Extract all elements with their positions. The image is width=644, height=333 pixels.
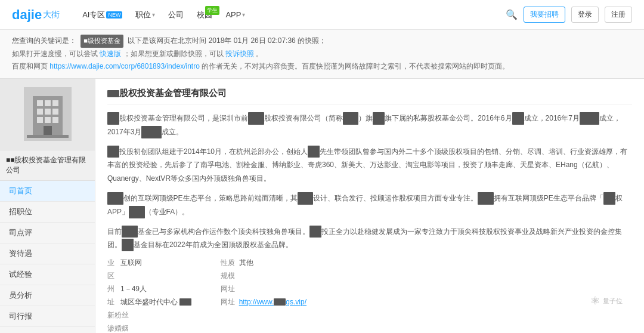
fast-link[interactable]: 快速版 — [100, 50, 121, 58]
r7: ■■■■■ — [141, 126, 161, 138]
info-industry: 业 互联网 — [107, 258, 215, 268]
content-area: ■■股权投资基金管理有限公司 ■■股权投资基金管理有限公司，是深圳市前■■■■股… — [95, 79, 644, 333]
search-icon[interactable]: 🔍 — [506, 9, 518, 20]
login-button[interactable]: 登录 — [571, 7, 599, 23]
cache-row2-prefix: 如果打开速度慢，可以尝试 — [12, 50, 98, 58]
cache-row2-middle: ；如果想更新或删除快照，可以 — [123, 50, 224, 58]
r3: ■■■■ — [343, 112, 359, 125]
svg-rect-6 — [45, 109, 51, 115]
info-address: 址 城区华盛时代中心 ■■■ — [107, 297, 215, 307]
register-button[interactable]: 注册 — [605, 7, 632, 23]
info-url: 网址 http://www.■■■gs.vip/ — [221, 297, 328, 307]
nav-jobs-label: 职位 — [135, 10, 151, 20]
cache-prefix: 您查询的关键词是： — [12, 36, 76, 45]
svg-rect-8 — [37, 117, 43, 123]
title-redacted-1: ■■ — [107, 90, 119, 97]
svg-rect-11 — [44, 126, 52, 135]
complaint-link[interactable]: 投诉快照 — [225, 50, 254, 58]
nav-app[interactable]: APP ▾ — [221, 8, 250, 21]
svg-rect-10 — [52, 117, 58, 123]
company-desc-4: 目前■■■■基金已与多家机构合作运作数个顶尖科技独角兽项目。■■■投正全力以赴稳… — [107, 225, 632, 252]
cache-row2: 如果打开速度慢，可以尝试 快速版 ；如果想更新或删除快照，可以 投诉快照 。 — [12, 48, 632, 61]
nav-company[interactable]: 公司 — [163, 7, 188, 23]
nav-jobs-chevron: ▾ — [152, 11, 155, 18]
sidebar-item-reviews[interactable]: 司点评 — [0, 223, 95, 243]
watermark: ⚛ 量子位 — [587, 292, 626, 309]
cache-middle: 以下是该网页在北京时间 2018年 01月 26日 02:07:36 的快照； — [128, 36, 326, 45]
company-desc-3: ■■■■创的互联网顶级PE生态平台，策略思路前端而清晰，其■■■■设计、联合发行… — [107, 192, 632, 219]
company-desc-1: ■■股权投资基金管理有限公司，是深圳市前■■■■股权投资有限公司（简称■■■■）… — [107, 112, 632, 139]
main-area: ■■股权投资基金管理有限公司 司首页 招职位 司点评 资待遇 试经验 员分析 司… — [0, 79, 644, 333]
r2: ■■■■ — [248, 112, 264, 125]
cache-row3-text1: 百度和网页 — [12, 62, 49, 70]
info-empty5 — [221, 310, 328, 320]
r10: ■■■■ — [107, 192, 123, 205]
svg-rect-4 — [52, 100, 58, 106]
info-scale: 规模 — [221, 271, 328, 281]
logo-text: dajie — [12, 7, 42, 23]
sidebar: ■■股权投资基金管理有限公司 司首页 招职位 司点评 资待遇 试经验 员分析 司… — [0, 79, 95, 333]
url-redacted: ■■■ — [274, 298, 286, 306]
svg-rect-12 — [27, 135, 69, 138]
info-empty3 — [334, 284, 465, 294]
r4: ■■■ — [373, 112, 385, 125]
r9: ■■ — [308, 146, 320, 158]
r6: ■■■■■ — [580, 112, 599, 125]
svg-rect-7 — [52, 109, 58, 115]
main-nav: AI专区 NEW 职位 ▾ 公司 校园 学生 APP ▾ — [78, 7, 506, 23]
info-city: 州 1－49人 — [107, 284, 215, 294]
sidebar-item-home[interactable]: 司首页 — [0, 181, 95, 202]
svg-rect-2 — [37, 100, 43, 106]
nav-company-label: 公司 — [168, 10, 184, 20]
sidebar-item-interview[interactable]: 试经验 — [0, 264, 95, 285]
sidebar-item-salary[interactable]: 资待遇 — [0, 243, 95, 264]
cache-bar: 您查询的关键词是： ■级投资基金 以下是该网页在北京时间 2018年 01月 2… — [0, 30, 644, 79]
nav-campus[interactable]: 校园 学生 — [192, 7, 217, 23]
sidebar-company-name: ■■股权投资基金管理有限公司 — [0, 150, 95, 181]
cache-url-link[interactable]: https://www.dajie.com/corp/6801893/index… — [49, 62, 199, 70]
r15: ■■■■ — [122, 226, 138, 238]
cache-row3: 百度和网页 https://www.dajie.com/corp/6801893… — [12, 60, 632, 73]
info-empty4 — [334, 297, 465, 307]
nav-ai-label: AI专区 — [82, 10, 105, 20]
sidebar-item-jobs[interactable]: 招职位 — [0, 202, 95, 223]
nav-app-label: APP — [225, 10, 241, 19]
r11: ■■■■ — [298, 192, 314, 205]
svg-rect-3 — [45, 100, 51, 106]
info-empty6 — [334, 310, 465, 320]
company-url-link[interactable]: http://www.■■■gs.vip/ — [239, 298, 306, 306]
nav-jobs[interactable]: 职位 ▾ — [131, 7, 160, 23]
info-marriage: 渗婚姻 — [107, 323, 215, 333]
info-nature: 性质 其他 — [221, 258, 328, 268]
sidebar-item-staff[interactable]: 员分析 — [0, 285, 95, 306]
info-region: 区 — [107, 271, 215, 281]
r1: ■■ — [107, 112, 119, 125]
company-logo-placeholder — [24, 87, 72, 141]
cache-row2-suffix: 。 — [256, 50, 263, 58]
r8: ■■ — [107, 146, 119, 158]
recruit-button[interactable]: 我要招聘 — [524, 7, 565, 23]
r14: ■■■■ — [129, 206, 145, 218]
info-fans: 新粉丝 — [107, 310, 215, 320]
svg-rect-5 — [37, 109, 43, 115]
info-website-label: 网址 — [221, 284, 328, 294]
company-desc-2: ■■投股初创团队组建于2014年10月，在杭州总部办公，创始人■■先生带领团队曾… — [107, 145, 632, 186]
cache-row3-text2: 的作者无关，不对其内容负责。百度快照谨为网络故障时之索引，不代表被搜索网站的即时… — [202, 62, 509, 70]
logo[interactable]: dajie 大街 — [12, 7, 60, 23]
cache-keyword: ■级投资基金 — [80, 35, 123, 48]
company-title: ■■股权投资基金管理有限公司 — [107, 88, 632, 104]
r12: ■■■■ — [478, 192, 494, 205]
nav-app-chevron: ▾ — [242, 11, 245, 18]
header: dajie 大街 AI专区 NEW 职位 ▾ 公司 校园 学生 APP ▾ 🔍 … — [0, 0, 644, 30]
svg-rect-9 — [45, 117, 51, 123]
sidebar-item-industry[interactable]: 司行报 — [0, 306, 95, 327]
info-empty1 — [334, 258, 465, 268]
r5: ■■■ — [512, 112, 524, 125]
r13: ■■ — [603, 192, 615, 205]
watermark-icon: ⚛ — [590, 294, 600, 307]
info-empty2 — [334, 271, 465, 281]
nav-ai[interactable]: AI专区 NEW — [78, 7, 127, 23]
logo-cn: 大街 — [43, 10, 60, 20]
r16: ■■■ — [309, 226, 321, 238]
nav-campus-badge: 学生 — [205, 6, 219, 15]
